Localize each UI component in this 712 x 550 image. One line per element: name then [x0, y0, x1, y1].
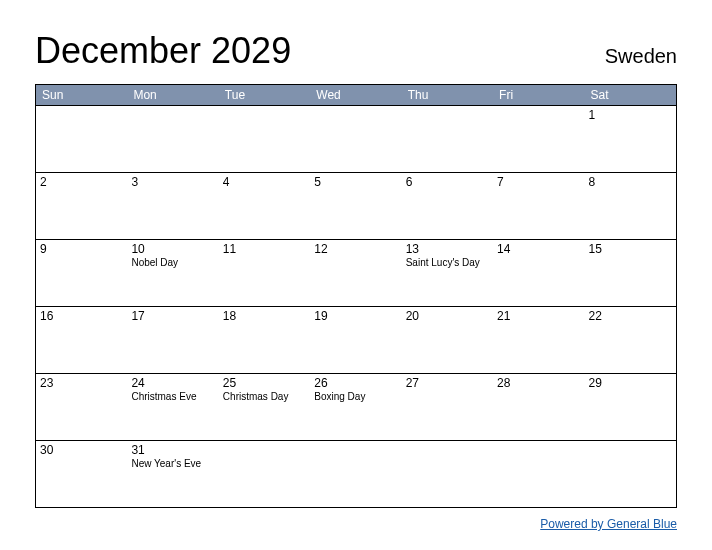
day-cell: 2	[36, 173, 127, 239]
week-row: 2 3 4 5 6 7 8	[36, 172, 676, 239]
weekday-sat: Sat	[585, 85, 676, 105]
week-row: 1	[36, 105, 676, 172]
day-number: 11	[223, 242, 306, 256]
day-cell: 16	[36, 307, 127, 373]
day-cell: 6	[402, 173, 493, 239]
day-cell	[402, 106, 493, 172]
day-cell: 27	[402, 374, 493, 440]
week-row: 23 24Christmas Eve 25Christmas Day 26Box…	[36, 373, 676, 440]
calendar-grid: Sun Mon Tue Wed Thu Fri Sat 1 2 3 4 5 6 …	[35, 84, 677, 508]
day-cell: 13Saint Lucy's Day	[402, 240, 493, 306]
day-number: 17	[131, 309, 214, 323]
day-event: New Year's Eve	[131, 458, 214, 469]
day-number: 20	[406, 309, 489, 323]
day-cell: 4	[219, 173, 310, 239]
day-number: 1	[589, 108, 672, 122]
day-number: 5	[314, 175, 397, 189]
day-cell: 18	[219, 307, 310, 373]
weekday-tue: Tue	[219, 85, 310, 105]
day-cell	[493, 441, 584, 507]
day-number: 19	[314, 309, 397, 323]
day-number: 15	[589, 242, 672, 256]
day-number: 12	[314, 242, 397, 256]
powered-by-link[interactable]: Powered by General Blue	[540, 517, 677, 531]
day-cell: 20	[402, 307, 493, 373]
day-cell	[127, 106, 218, 172]
day-cell: 14	[493, 240, 584, 306]
day-cell: 30	[36, 441, 127, 507]
day-number: 6	[406, 175, 489, 189]
day-cell: 12	[310, 240, 401, 306]
day-cell	[310, 441, 401, 507]
day-cell: 24Christmas Eve	[127, 374, 218, 440]
day-cell: 17	[127, 307, 218, 373]
day-cell	[310, 106, 401, 172]
day-cell: 31New Year's Eve	[127, 441, 218, 507]
weekday-mon: Mon	[127, 85, 218, 105]
day-event: Boxing Day	[314, 391, 397, 402]
day-event: Saint Lucy's Day	[406, 257, 489, 268]
day-number: 2	[40, 175, 123, 189]
day-number: 14	[497, 242, 580, 256]
day-cell	[219, 106, 310, 172]
day-cell: 5	[310, 173, 401, 239]
day-cell	[36, 106, 127, 172]
day-cell: 26Boxing Day	[310, 374, 401, 440]
day-cell	[219, 441, 310, 507]
month-year-title: December 2029	[35, 30, 291, 72]
day-number: 24	[131, 376, 214, 390]
day-number: 30	[40, 443, 123, 457]
day-cell: 25Christmas Day	[219, 374, 310, 440]
day-cell	[493, 106, 584, 172]
region-label: Sweden	[605, 45, 677, 68]
day-cell: 23	[36, 374, 127, 440]
day-cell: 10Nobel Day	[127, 240, 218, 306]
weekday-sun: Sun	[36, 85, 127, 105]
day-cell: 3	[127, 173, 218, 239]
day-number: 4	[223, 175, 306, 189]
day-number: 31	[131, 443, 214, 457]
day-number: 10	[131, 242, 214, 256]
day-number: 21	[497, 309, 580, 323]
day-cell: 19	[310, 307, 401, 373]
day-number: 23	[40, 376, 123, 390]
calendar-header: December 2029 Sweden	[35, 30, 677, 72]
day-event: Nobel Day	[131, 257, 214, 268]
footer: Powered by General Blue	[35, 514, 677, 532]
day-number: 13	[406, 242, 489, 256]
day-number: 22	[589, 309, 672, 323]
week-row: 30 31New Year's Eve	[36, 440, 676, 507]
weekday-wed: Wed	[310, 85, 401, 105]
weekday-fri: Fri	[493, 85, 584, 105]
day-cell: 11	[219, 240, 310, 306]
day-number: 27	[406, 376, 489, 390]
day-cell: 1	[585, 106, 676, 172]
day-cell	[402, 441, 493, 507]
day-cell: 9	[36, 240, 127, 306]
day-number: 29	[589, 376, 672, 390]
day-number: 9	[40, 242, 123, 256]
day-number: 18	[223, 309, 306, 323]
day-cell: 15	[585, 240, 676, 306]
day-cell: 22	[585, 307, 676, 373]
day-number: 7	[497, 175, 580, 189]
day-number: 16	[40, 309, 123, 323]
day-event: Christmas Day	[223, 391, 306, 402]
day-cell: 29	[585, 374, 676, 440]
weekday-thu: Thu	[402, 85, 493, 105]
day-number: 25	[223, 376, 306, 390]
day-cell: 8	[585, 173, 676, 239]
day-event: Christmas Eve	[131, 391, 214, 402]
day-number: 3	[131, 175, 214, 189]
week-row: 16 17 18 19 20 21 22	[36, 306, 676, 373]
day-cell	[585, 441, 676, 507]
day-cell: 28	[493, 374, 584, 440]
day-number: 8	[589, 175, 672, 189]
day-cell: 7	[493, 173, 584, 239]
weekday-header-row: Sun Mon Tue Wed Thu Fri Sat	[36, 85, 676, 105]
week-row: 9 10Nobel Day 11 12 13Saint Lucy's Day 1…	[36, 239, 676, 306]
day-cell: 21	[493, 307, 584, 373]
day-number: 28	[497, 376, 580, 390]
day-number: 26	[314, 376, 397, 390]
